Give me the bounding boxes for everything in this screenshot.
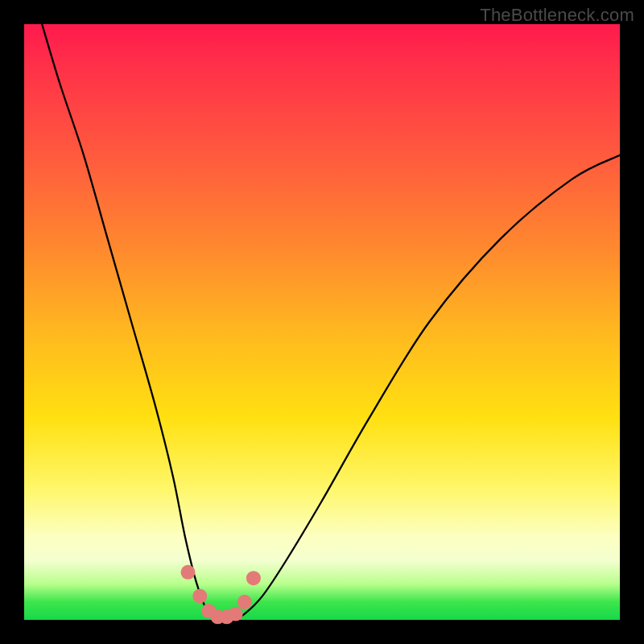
optimal-marker: [181, 565, 196, 580]
plot-area: [24, 24, 620, 620]
optimal-marker: [237, 595, 252, 609]
optimal-zone-markers: [181, 565, 261, 625]
optimal-marker: [192, 588, 207, 603]
bottleneck-curve: [42, 24, 620, 621]
watermark-text: TheBottleneck.com: [480, 5, 634, 26]
optimal-marker: [229, 607, 243, 621]
optimal-marker: [246, 571, 261, 585]
chart-frame: TheBottleneck.com: [0, 0, 644, 644]
chart-svg: [24, 24, 620, 620]
